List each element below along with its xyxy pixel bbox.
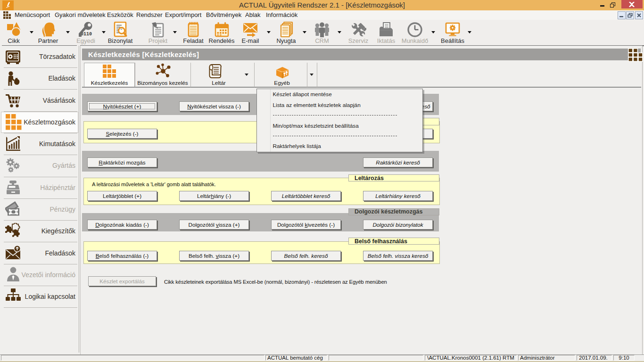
svg-text:0110: 0110	[81, 32, 92, 37]
